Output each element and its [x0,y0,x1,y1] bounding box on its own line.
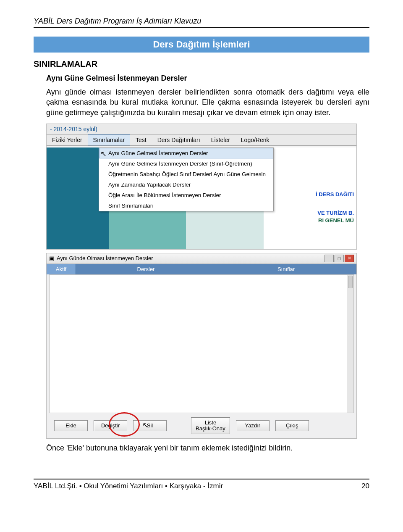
degistir-button[interactable]: Değiştir [94,420,127,431]
section-banner: Ders Dağıtım İşlemleri [34,37,369,53]
button-row: Ekle Değiştir Sil Liste Başlık-Onay Yazd… [47,413,356,439]
footer-text: YABİL Ltd.Şti. • Okul Yönetimi Yazılımla… [34,482,223,490]
dd-item-sinif-ogretmen[interactable]: Aynı Güne Gelmesi İstenmeyen Dersler (Sı… [99,158,273,169]
menu-fiziki-yerler[interactable]: Fiziki Yerler [47,134,88,145]
close-button[interactable]: ✕ [345,255,354,262]
bg-text-2: VE TURİZM B. [317,210,354,216]
window-subtitle: - 2014-2015 eylül) [47,124,356,134]
yazdir-button[interactable]: Yazdır [236,420,270,431]
dialog-title: Aynı Günde Olması İstenmeyen Dersler [57,255,153,261]
list-body [49,274,354,413]
menu-logo-renk[interactable]: Logo/Renk [236,134,275,145]
menu-test[interactable]: Test [130,134,152,145]
cikis-button[interactable]: Çıkış [275,420,309,431]
section-heading: SINIRLAMALAR [34,59,369,69]
paragraph-post: Önce 'Ekle' butonuna tıklayarak yeni bir… [46,443,369,453]
screenshot-dialog: ▣ Aynı Günde Olması İstenmeyen Dersler —… [46,253,357,439]
doc-header: YABİL Ders Dağıtım Programı İş Adımları … [34,17,369,28]
dd-item-sinif-sinirlamalari[interactable]: Sınıf Sınırlamaları [99,200,273,211]
ekle-button[interactable]: Ekle [54,420,88,431]
column-header-row: Aktif Dersler Sınıflar [47,264,356,274]
dd-item-ayni-zamanda[interactable]: Aynı Zamanda Yapılacak Dersler [99,179,273,190]
scrollbar-thumb[interactable] [348,276,353,288]
col-siniflar[interactable]: Sınıflar [216,264,356,274]
screenshot-menu: - 2014-2015 eylül) Fiziki Yerler Sınırla… [46,124,357,250]
page-number: 20 [361,482,369,490]
liste-baslik-onay-button[interactable]: Liste Başlık-Onay [191,417,230,435]
menubar: Fiziki Yerler Sınırlamalar Test Ders Dağ… [47,134,356,146]
menu-ders-dagitimlari[interactable]: Ders Dağıtımları [152,134,206,145]
scrollbar[interactable] [347,275,353,413]
menu-listeler[interactable]: Listeler [206,134,236,145]
dd-item-ayni-gune[interactable]: Aynı Güne Gelmesi İstenmeyen Dersler [99,148,273,158]
dialog-titlebar: ▣ Aynı Günde Olması İstenmeyen Dersler —… [47,253,356,264]
window-controls: — □ ✕ [324,255,354,262]
col-aktif[interactable]: Aktif [47,264,76,274]
col-dersler[interactable]: Dersler [76,264,216,274]
year-range: - 2014-2015 eylül) [50,126,97,132]
bg-text-3: RI GENEL MÜ [318,217,354,224]
minimize-button[interactable]: — [324,255,334,262]
dd-item-sabahci-ogleci[interactable]: Öğretmenin Sabahçı Öğleci Sınıf Dersleri… [99,169,273,179]
dropdown-sinirlamalar: Aynı Güne Gelmesi İstenmeyen Dersler Ayn… [99,147,274,211]
menu-sinirlamalar[interactable]: Sınırlamalar [88,134,130,145]
paragraph-main: Aynı günde olması istenmeyen dersler bel… [46,87,369,118]
bg-text-1: İ DERS DAĞITI [316,191,354,198]
sil-button[interactable]: Sil [133,420,167,431]
dd-item-ogle-arasi[interactable]: Öğle Arası İle Bölünmesi İstenmeyen Ders… [99,190,273,200]
maximize-button[interactable]: □ [335,255,344,262]
app-icon: ▣ [49,255,54,261]
subsection-heading: Aynı Güne Gelmesi İstenmeyan Dersler [46,74,369,83]
